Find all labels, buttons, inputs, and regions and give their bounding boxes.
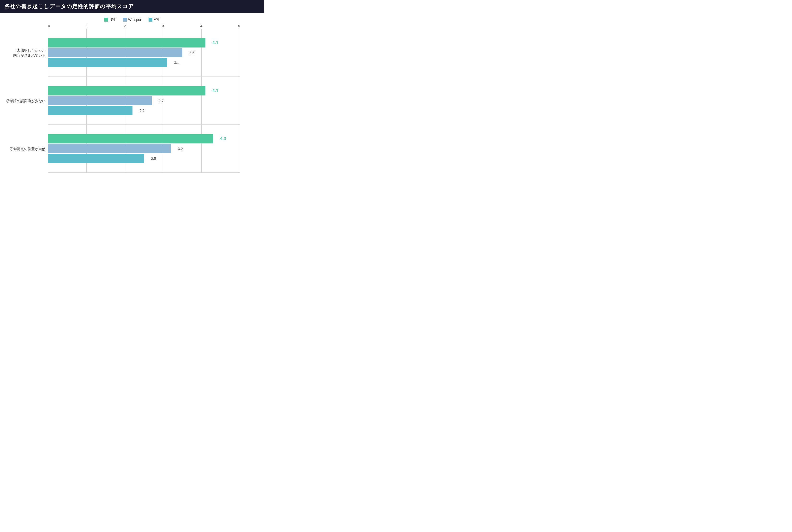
bar-value-1-n: 4.1 (213, 40, 218, 45)
axis-label-3: 3 (162, 24, 164, 28)
category-label-3: ③句読点の位置が自然 (5, 146, 45, 151)
bar-row-2-whisper: 2.7 (48, 96, 240, 105)
bar-2-a: 2.2 (48, 106, 132, 115)
legend-color-a (149, 18, 152, 22)
axis-label-5: 5 (238, 24, 240, 28)
bar-1-whisper: 3.5 (48, 48, 182, 57)
axis-label-4: 4 (200, 24, 202, 28)
bar-3-a: 2.5 (48, 154, 144, 163)
bars-col-3: 4.3 3.2 2.5 (48, 131, 240, 167)
bar-value-3-n: 4.3 (220, 136, 226, 141)
bar-value-2-whisper: 2.7 (159, 99, 164, 103)
bar-3-whisper: 3.2 (48, 144, 171, 153)
bar-value-2-a: 2.2 (140, 109, 145, 113)
bars-col-1: 4.1 3.5 3.1 (48, 35, 240, 71)
axis-label-0: 0 (48, 24, 50, 28)
legend-item-a: A社 (149, 17, 160, 22)
bar-3-n: 4.3 (48, 134, 213, 144)
bar-2-n: 4.1 (48, 86, 205, 95)
separator-3 (48, 172, 240, 173)
category-group-3: ③句読点の位置が自然 4.3 3.2 (48, 125, 240, 172)
legend: N社 Whisper A社 (5, 15, 259, 23)
graph-area: 0 1 2 3 4 5 ①聴取したか (5, 24, 259, 173)
bar-1-a: 3.1 (48, 58, 167, 67)
chart-container: 各社の書き起こしデータの定性的評価の平均スコア N社 Whisper A社 0 … (0, 0, 264, 177)
categories: ①聴取したかった内容が含まれている 4.1 3.5 (48, 29, 240, 173)
category-label-1: ①聴取したかった内容が含まれている (5, 48, 45, 58)
bar-row-3-a: 2.5 (48, 154, 240, 163)
bars-col-2: 4.1 2.7 2.2 (48, 83, 240, 118)
bar-2-whisper: 2.7 (48, 96, 152, 105)
category-label-2: ②単語の誤変換が少ない (5, 98, 45, 103)
bar-row-2-a: 2.2 (48, 106, 240, 115)
legend-color-whisper (123, 18, 127, 22)
legend-label-a: A社 (154, 17, 160, 22)
axis-label-1: 1 (86, 24, 88, 28)
bar-row-1-a: 3.1 (48, 58, 240, 67)
axis-label-2: 2 (124, 24, 126, 28)
bars-and-grid: ①聴取したかった内容が含まれている 4.1 3.5 (48, 29, 240, 173)
chart-title: 各社の書き起こしデータの定性的評価の平均スコア (0, 0, 264, 13)
bar-row-2-n: 4.1 (48, 86, 240, 95)
bar-row-3-n: 4.3 (48, 134, 240, 144)
bar-value-1-a: 3.1 (174, 60, 179, 64)
bar-row-1-n: 4.1 (48, 38, 240, 48)
bar-value-2-n: 4.1 (213, 88, 218, 93)
legend-label-n: N社 (109, 17, 116, 22)
legend-label-whisper: Whisper (128, 18, 141, 22)
chart-body: N社 Whisper A社 0 1 2 3 4 5 (0, 13, 264, 177)
category-group-1: ①聴取したかった内容が含まれている 4.1 3.5 (48, 29, 240, 77)
bar-value-1-whisper: 3.5 (189, 51, 195, 55)
bar-1-n: 4.1 (48, 38, 205, 48)
legend-item-whisper: Whisper (123, 17, 141, 22)
bar-row-1-whisper: 3.5 (48, 48, 240, 57)
category-group-2: ②単語の誤変換が少ない 4.1 2.7 (48, 77, 240, 125)
axis-labels: 0 1 2 3 4 5 (48, 24, 240, 29)
legend-item-n: N社 (104, 17, 116, 22)
bar-value-3-a: 2.5 (151, 156, 156, 160)
legend-color-n (104, 18, 108, 22)
bar-value-3-whisper: 3.2 (178, 147, 183, 151)
bar-row-3-whisper: 3.2 (48, 144, 240, 153)
